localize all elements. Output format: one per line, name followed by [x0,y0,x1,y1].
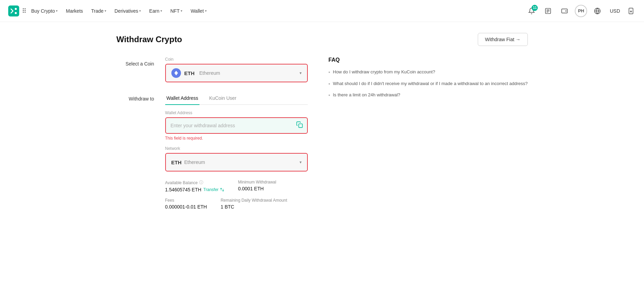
chevron-down-icon: ▾ [181,9,182,13]
remaining-label: Remaining Daily Withdrawal Amount [221,198,287,203]
notification-button[interactable]: 11 [525,5,538,17]
coin-select-left: ETH Ethereum [171,68,220,78]
network-select-left: ETH Ethereum [171,159,205,165]
address-error-message: This field is required. [165,136,308,141]
faq-bullet-icon: ▪ [328,81,330,86]
grid-icon[interactable]: ⠿ [22,7,26,15]
withdraw-to-row: Withdraw to Wallet Address KuCoin User W… [117,92,308,210]
remaining-value: 1 BTC [221,204,287,210]
svg-rect-0 [8,5,19,16]
nav-links: Buy Crypto ▾ Markets Trade ▾ Derivatives… [28,5,525,16]
minimum-withdrawal-item: Minimum Withdrawal 0.0001 ETH [238,180,276,192]
fees-label: Fees [165,198,207,203]
info-icon[interactable]: ⓘ [199,180,203,186]
main-layout: Select a Coin Coin ETH Ethe [117,57,528,219]
network-select-dropdown[interactable]: ETH Ethereum ▾ [165,153,308,171]
coin-select-content: Coin ETH Ethereum ▾ [165,57,308,82]
page-title: Withdraw Crypto [117,35,182,44]
svg-point-2 [15,12,17,14]
withdraw-to-label: Withdraw to [117,92,154,102]
withdraw-tabs: Wallet Address KuCoin User [165,92,308,105]
fees-item: Fees 0.000001-0.01 ETH [165,198,207,210]
form-section: Select a Coin Coin ETH Ethe [117,57,308,219]
eth-coin-icon [171,68,181,78]
wallet-address-input[interactable] [166,118,307,133]
faq-link-1[interactable]: How do I withdraw crypto from my KuCoin … [333,69,435,75]
page-header: Withdraw Crypto Withdraw Fiat → [117,33,528,46]
navbar: ⠿ Buy Crypto ▾ Markets Trade ▾ Derivativ… [0,0,644,22]
balance-info-row: Available Balance ⓘ 1.54605745 ETH Trans… [165,180,308,192]
nav-derivatives[interactable]: Derivatives ▾ [111,5,144,16]
network-symbol: ETH [171,159,182,165]
language-icon[interactable] [591,5,604,17]
coin-chevron-down-icon: ▾ [300,71,302,75]
fees-row: Fees 0.000001-0.01 ETH Remaining Daily W… [165,198,308,210]
minimum-withdrawal-value: 0.0001 ETH [238,186,276,191]
transfer-link[interactable]: Transfer [203,187,224,192]
coin-field-label: Coin [165,57,308,62]
minimum-withdrawal-label: Minimum Withdrawal [238,180,276,185]
nav-trade[interactable]: Trade ▾ [88,5,110,16]
faq-link-2[interactable]: What should I do if I didn't receive my … [333,80,527,87]
svg-rect-7 [562,9,568,13]
page-content: Withdraw Crypto Withdraw Fiat → Select a… [103,22,542,230]
coin-select-dropdown[interactable]: ETH Ethereum ▾ [165,64,308,82]
faq-link-3[interactable]: Is there a limit on 24h withdrawal? [333,92,400,98]
faq-item-2[interactable]: ▪ What should I do if I didn't receive m… [328,80,527,87]
nav-wallet[interactable]: Wallet ▾ [187,5,210,16]
select-coin-label: Select a Coin [117,57,154,67]
orders-icon[interactable] [542,5,554,17]
logo[interactable] [8,5,19,16]
faq-section: FAQ ▪ How do I withdraw crypto from my K… [328,57,527,219]
faq-bullet-icon: ▪ [328,69,330,75]
withdraw-fiat-button[interactable]: Withdraw Fiat → [478,33,527,46]
nav-buy-crypto[interactable]: Buy Crypto ▾ [28,5,61,16]
notification-badge: 11 [532,5,538,11]
remaining-item: Remaining Daily Withdrawal Amount 1 BTC [221,198,287,210]
tab-kucoin-user[interactable]: KuCoin User [208,92,238,105]
available-balance-item: Available Balance ⓘ 1.54605745 ETH Trans… [165,180,224,192]
coin-name: Ethereum [199,70,220,76]
available-balance-label: Available Balance ⓘ [165,180,224,186]
nav-markets[interactable]: Markets [62,5,86,16]
chevron-down-icon: ▾ [160,9,162,13]
network-name: Ethereum [184,159,205,165]
user-avatar[interactable]: PH [575,5,587,17]
coin-symbol: ETH [184,70,195,76]
chevron-down-icon: ▾ [56,9,58,13]
faq-title: FAQ [328,57,527,63]
faq-item-3[interactable]: ▪ Is there a limit on 24h withdrawal? [328,92,527,98]
wallet-address-wrapper [165,117,308,134]
download-icon[interactable] [626,6,636,16]
tab-wallet-address[interactable]: Wallet Address [165,92,200,105]
wallet-address-field-label: Wallet Address [165,110,308,115]
fees-value: 0.000001-0.01 ETH [165,204,207,210]
wallet-icon[interactable] [558,5,571,17]
coin-row: Select a Coin Coin ETH Ethe [117,57,308,82]
svg-rect-14 [299,124,303,128]
chevron-down-icon: ▾ [205,9,207,13]
paste-icon[interactable] [296,121,303,130]
navbar-right: 11 PH USD [525,5,636,17]
chevron-down-icon: ▾ [139,9,141,13]
svg-point-1 [15,8,17,10]
network-field-label: Network [165,146,308,151]
faq-item-1[interactable]: ▪ How do I withdraw crypto from my KuCoi… [328,69,527,75]
available-balance-value: 1.54605745 ETH Transfer [165,187,224,192]
chevron-down-icon: ▾ [105,9,106,13]
faq-bullet-icon: ▪ [328,92,330,98]
withdraw-to-content: Wallet Address KuCoin User Wallet Addres… [165,92,308,210]
currency-selector[interactable]: USD [608,7,622,15]
nav-nft[interactable]: NFT ▾ [167,5,186,16]
nav-earn[interactable]: Earn ▾ [146,5,166,16]
network-chevron-down-icon: ▾ [300,160,302,165]
